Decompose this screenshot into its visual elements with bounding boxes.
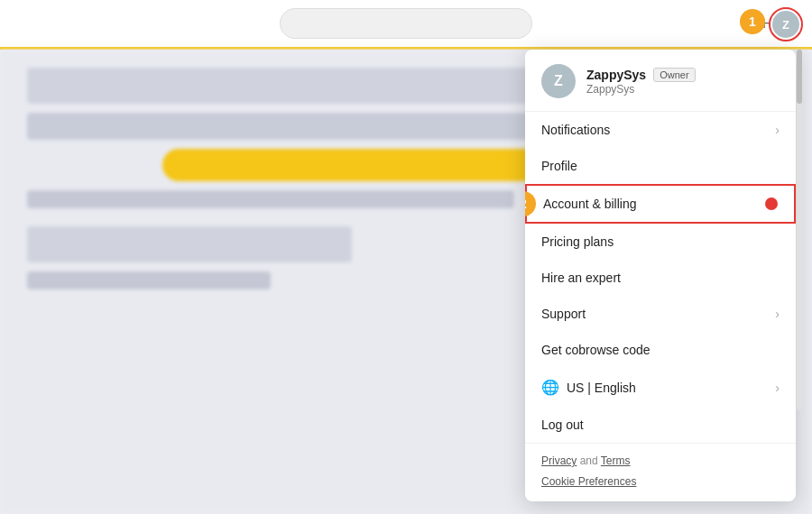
user-subtitle: ZappySys bbox=[586, 83, 696, 96]
menu-item-hire-expert[interactable]: Hire an expert bbox=[525, 260, 796, 296]
profile-label: Profile bbox=[541, 159, 577, 173]
user-header: Z ZappySys Owner ZappySys bbox=[525, 50, 796, 112]
language-label: US | English bbox=[567, 381, 636, 395]
menu-item-pricing-plans[interactable]: Pricing plans bbox=[525, 224, 796, 260]
search-bar[interactable] bbox=[280, 8, 532, 39]
owner-badge: Owner bbox=[653, 68, 695, 82]
scrollbar-track bbox=[797, 50, 802, 410]
user-info: ZappySys Owner ZappySys bbox=[586, 68, 696, 96]
chevron-right-icon: › bbox=[775, 123, 780, 137]
avatar-button[interactable]: Z bbox=[769, 7, 803, 41]
dropdown-footer: Privacy and Terms Cookie Preferences bbox=[525, 443, 796, 501]
menu-item-profile[interactable]: Profile bbox=[525, 148, 796, 184]
cobrowse-label: Get cobrowse code bbox=[541, 343, 651, 357]
pricing-plans-label: Pricing plans bbox=[541, 234, 614, 249]
user-name-row: ZappySys Owner bbox=[586, 68, 696, 82]
hire-expert-label: Hire an expert bbox=[541, 271, 621, 285]
scrollbar-thumb[interactable] bbox=[797, 50, 802, 104]
user-name: ZappySys bbox=[586, 68, 646, 82]
notifications-label: Notifications bbox=[541, 123, 610, 137]
chevron-right-icon: › bbox=[775, 307, 780, 321]
terms-link[interactable]: Terms bbox=[601, 454, 631, 467]
footer-links: Privacy and Terms bbox=[541, 454, 780, 467]
avatar: Z bbox=[541, 64, 576, 98]
support-label: Support bbox=[541, 307, 586, 321]
scrollbar[interactable] bbox=[796, 50, 803, 410]
menu-item-account-billing[interactable]: 2 Account & billing bbox=[525, 184, 796, 224]
globe-icon: 🌐 bbox=[541, 379, 559, 396]
user-dropdown-menu: Z ZappySys Owner ZappySys Notifications … bbox=[525, 50, 796, 501]
chevron-right-icon: › bbox=[775, 381, 780, 395]
top-bar: Help bbox=[0, 0, 812, 50]
menu-item-logout[interactable]: Log out bbox=[525, 407, 796, 443]
cookie-preferences-link[interactable]: Cookie Preferences bbox=[541, 475, 636, 488]
red-dot-indicator bbox=[765, 197, 778, 210]
menu-item-cobrowse[interactable]: Get cobrowse code bbox=[525, 332, 796, 368]
language-row: 🌐 US | English bbox=[541, 379, 636, 396]
account-billing-label: Account & billing bbox=[543, 197, 637, 211]
menu-item-support[interactable]: Support › bbox=[525, 296, 796, 332]
privacy-link[interactable]: Privacy bbox=[541, 454, 577, 467]
logout-label: Log out bbox=[541, 418, 584, 432]
menu-item-language[interactable]: 🌐 US | English › bbox=[525, 368, 796, 407]
footer-and: and bbox=[577, 454, 600, 467]
step-badge-1: 1 bbox=[740, 9, 765, 34]
menu-item-notifications[interactable]: Notifications › bbox=[525, 112, 796, 148]
avatar-icon: Z bbox=[772, 11, 799, 38]
step-badge-2: 2 bbox=[525, 191, 536, 216]
